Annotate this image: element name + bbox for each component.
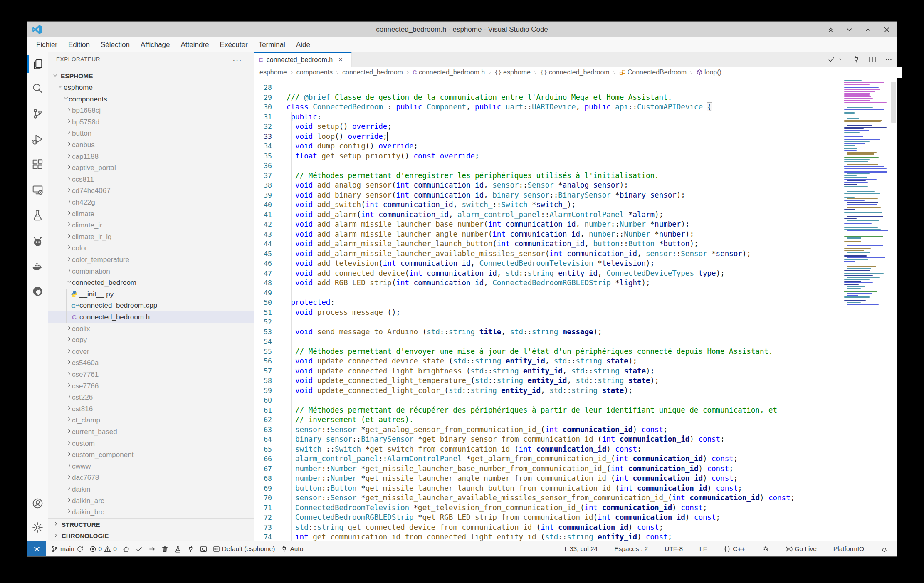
code-line-47[interactable]: void add_connected_device(int communicat… (287, 269, 725, 279)
tree-item-cse7766[interactable]: cse7766 (48, 380, 254, 392)
status-pio-home[interactable] (120, 546, 133, 553)
remote-indicator-button[interactable] (27, 541, 46, 556)
menu-edition[interactable]: Edition (63, 37, 95, 52)
status-pio-build[interactable] (133, 546, 146, 553)
tree-item-ct_clamp[interactable]: ct_clamp (48, 415, 254, 427)
code-line-62[interactable]: // inversement (et autres). (287, 415, 414, 425)
breadcrumb-item[interactable]: connected_bedroom (342, 69, 403, 76)
code-line-64[interactable]: binary_sensor::BinarySensor *get_binary_… (287, 435, 725, 445)
tree-item-custom[interactable]: custom (48, 438, 254, 450)
tree-item-cs5460a[interactable]: cs5460a (48, 358, 254, 369)
status-indentation[interactable]: Espaces : 2 (611, 545, 651, 553)
status-notifications[interactable] (878, 546, 891, 553)
tree-item-captive_portal[interactable]: captive_portal (48, 162, 254, 174)
code-line-34[interactable]: void dump_config() override; (287, 141, 418, 151)
tree-item-daikin_brc[interactable]: daikin_brc (48, 506, 254, 518)
tree-item-color[interactable]: color (48, 243, 254, 254)
code-line-53[interactable]: void send_message_to_Arduino_(std::strin… (287, 327, 602, 337)
code-line-71[interactable]: ConnectedBedroomTelevision *get_televisi… (287, 503, 707, 513)
code-line-74[interactable]: int get_communication_id_from_connected_… (287, 532, 672, 541)
tree-item-daikin[interactable]: daikin (48, 484, 254, 495)
tree-item-custom_component[interactable]: custom_component (48, 449, 254, 461)
code-line-39[interactable]: void add_binary_sensor(int communication… (287, 190, 685, 200)
tree-item-combination[interactable]: combination (48, 266, 254, 277)
code-editor[interactable]: 2829/// @brief Classe de gestion de la c… (254, 78, 897, 541)
activity-item-docker[interactable] (27, 256, 48, 277)
menu-atteindre[interactable]: Atteindre (175, 37, 215, 52)
status-pio-monitor[interactable] (184, 546, 197, 553)
tree-item-current_based[interactable]: current_based (48, 426, 254, 438)
explorer-more-actions-button[interactable]: ··· (232, 55, 242, 65)
tree-item-cd74hc4067[interactable]: cd74hc4067 (48, 185, 254, 197)
maximize-button[interactable] (864, 26, 872, 34)
breadcrumb-item[interactable]: Cconnected_bedroom.h (413, 69, 485, 76)
activity-item-remote-explorer[interactable] (27, 179, 48, 200)
code-line-44[interactable]: void add_alarm_missile_launcher_launch_b… (287, 239, 698, 249)
editor-scrollbar-thumb[interactable] (891, 82, 896, 123)
code-line-32[interactable]: void setup() override; (287, 122, 392, 132)
code-line-29[interactable]: /// @brief Classe de gestion de la commu… (287, 93, 672, 103)
status-encoding[interactable]: UTF-8 (662, 545, 686, 553)
tree-item-cst816[interactable]: cst816 (48, 403, 254, 415)
status-cursor-position[interactable]: L 33, col 24 (562, 545, 601, 553)
activity-item-extensions[interactable] (27, 154, 48, 175)
code-line-66[interactable]: alarm_control_panel::AlarmControlPanel *… (287, 454, 738, 464)
status-pio-port[interactable]: Auto (278, 545, 306, 553)
code-line-69[interactable]: button::Button *get_missile_launcher_lau… (287, 484, 742, 494)
tree-item-cse7761[interactable]: cse7761 (48, 369, 254, 380)
activity-item-github[interactable] (27, 281, 48, 301)
more-actions-button[interactable] (885, 56, 892, 63)
status-problems[interactable]: 00 (86, 545, 120, 553)
code-line-35[interactable]: float get_setup_priority() const overrid… (287, 151, 479, 161)
status-pio-clean[interactable] (158, 546, 171, 553)
activity-item-search[interactable] (27, 78, 48, 99)
tree-item-climate_ir_lg[interactable]: climate_ir_lg (48, 231, 254, 243)
activity-item-source-control[interactable] (27, 103, 48, 124)
breadcrumb-item[interactable]: ConnectedBedroom (619, 69, 687, 76)
breadcrumb-item[interactable]: {}esphome (494, 69, 531, 76)
status-copilot[interactable] (759, 546, 772, 553)
minimize-button[interactable] (845, 26, 853, 34)
code-line-63[interactable]: sensor::Sensor *get_analog_sensor_from_c… (287, 425, 668, 435)
menu-fichier[interactable]: Fichier (31, 37, 63, 52)
close-button[interactable] (883, 26, 891, 34)
status-eol[interactable]: LF (697, 545, 710, 553)
tree-item-connected_bedroom.cpp[interactable]: C++connected_bedroom.cpp (48, 300, 254, 312)
code-line-48[interactable]: void add_RGB_LED_strip(int communication… (287, 278, 650, 288)
code-line-42[interactable]: void add_alarm_missile_launcher_base_num… (287, 220, 689, 230)
code-line-59[interactable]: void update_connected_light_color_(std::… (287, 386, 632, 396)
code-line-41[interactable]: void add_alarm(int communication_id, ala… (287, 210, 663, 220)
tree-item-cap1188[interactable]: cap1188 (48, 151, 254, 163)
sidebar-section-structure[interactable]: STRUCTURE (48, 518, 254, 530)
code-line-43[interactable]: void add_alarm_missile_launcher_angle_nu… (287, 230, 694, 240)
code-line-65[interactable]: switch_::Switch *get_switch_from_communi… (287, 445, 642, 455)
code-line-58[interactable]: void update_connected_light_temperature_… (287, 376, 659, 386)
activity-item-accounts[interactable] (27, 493, 48, 514)
tree-item-components[interactable]: components (48, 94, 254, 105)
breadcrumb-item[interactable]: esphome (259, 69, 287, 76)
tree-item-daikin_arc[interactable]: daikin_arc (48, 495, 254, 507)
tree-item-climate_ir[interactable]: climate_ir (48, 220, 254, 231)
tab-connected-bedroom-h[interactable]: C connected_bedroom.h × (254, 52, 352, 67)
activity-item-settings[interactable] (27, 517, 48, 538)
breadcrumb-item[interactable]: {}connected_bedroom (540, 69, 610, 76)
code-line-31[interactable]: public: (287, 112, 321, 122)
tree-item-canbus[interactable]: canbus (48, 139, 254, 151)
code-line-33[interactable]: void loop() override; (287, 132, 388, 142)
tree-item-coolix[interactable]: coolix (48, 323, 254, 335)
code-line-46[interactable]: void add_television(int communication_id… (287, 259, 655, 269)
tree-item-ch422g[interactable]: ch422g (48, 197, 254, 208)
menu-terminal[interactable]: Terminal (253, 37, 291, 52)
breadcrumb-item[interactable]: loop() (696, 69, 721, 76)
code-line-72[interactable]: ConnectedBedroomRGBLEDStrip *get_RGB_LED… (287, 513, 720, 523)
tree-item-__init__.py[interactable]: __init__.py (48, 289, 254, 300)
status-language-mode[interactable]: C++ (721, 545, 748, 553)
code-line-38[interactable]: void add_analog_sensor(int communication… (287, 180, 628, 190)
menu-selection[interactable]: Sélection (95, 37, 135, 52)
tree-item-connected_bedroom.h[interactable]: Cconnected_bedroom.h (48, 311, 254, 323)
activity-item-explorer[interactable] (27, 54, 48, 74)
code-line-67[interactable]: number::Number *get_missile_launcher_bas… (287, 464, 734, 474)
status-go-live[interactable]: Go Live (783, 545, 820, 553)
menu-affichage[interactable]: Affichage (135, 37, 175, 52)
tree-item-button[interactable]: button (48, 128, 254, 140)
